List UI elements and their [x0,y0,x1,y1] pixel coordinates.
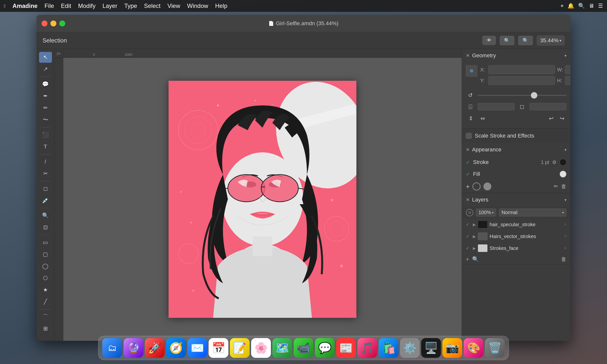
appearance-header[interactable]: ✕ Appearance ▾ [462,143,570,156]
anchor-dot-mm[interactable] [470,69,473,73]
fill-color-swatch[interactable] [560,171,566,178]
dock-launchpad[interactable]: 🚀 [145,338,165,358]
dock-music[interactable]: 🎵 [357,338,377,358]
layers-header[interactable]: ✕ Layers ▾ [462,193,570,206]
x-input[interactable] [488,65,555,74]
redo-button[interactable]: ↪ [558,114,566,123]
zoom-out-button[interactable]: 🔍 [500,36,514,45]
appearance-delete-icon[interactable]: 🗑 [561,183,566,190]
opacity-display[interactable]: 100% ▾ [476,208,496,217]
stroke-color-swatch[interactable] [560,159,566,166]
menubar-edit[interactable]: Edit [58,1,74,10]
dock-photos[interactable]: 🌸 [251,338,271,358]
layer-visible-check-0[interactable]: ✓ [466,222,471,227]
tool-eyedropper[interactable]: 💉 [39,195,52,206]
tool-eraser[interactable]: ◻ [39,183,52,194]
flip-horizontal-icon[interactable]: ⇔ [478,114,488,123]
layer-expand-2[interactable]: ▶ [473,246,476,251]
tool-artboard[interactable]: ⊞ [39,323,52,334]
layer-expand-0[interactable]: ▶ [473,222,476,227]
layer-item-hair-specular[interactable]: ✓ ▶ hair_specular_stroke ≡ [462,219,570,230]
menubar-window[interactable]: Window [184,1,211,10]
round-input[interactable] [529,103,567,110]
blend-mode-select[interactable]: Normal ▾ [499,208,566,217]
round-icon[interactable]: ◻ [518,102,526,111]
layer-expand-1[interactable]: ▶ [473,234,476,239]
dock-photos2[interactable]: 📷 [442,338,462,358]
stroke-visible-check[interactable]: ✓ [466,159,470,165]
tool-pen[interactable]: ✒ [39,91,52,101]
appearance-stroke-style-button[interactable] [473,182,480,190]
rotation-slider[interactable] [478,95,566,96]
dock-systemprefs[interactable]: ⚙️ [400,338,420,358]
y-input[interactable] [488,76,555,85]
dock-messages[interactable]: 💬 [315,338,335,358]
layer-item-hairs-vector[interactable]: ✓ ▶ Hairs_vector_strokes ≡ [462,230,570,242]
appearance-fill-style-button[interactable] [483,182,491,190]
dock-mail[interactable]: ✉️ [187,338,207,358]
geometry-chevron-icon[interactable]: ▾ [564,53,566,58]
artwork-container[interactable]: ✕ ✕ ✕ + + [169,81,356,318]
dock-safari[interactable]: 🧭 [166,338,186,358]
dock-appstore[interactable]: 🛍️ [379,338,398,358]
layer-visible-check-1[interactable]: ✓ [466,234,471,239]
anchor-dot-ml[interactable] [466,69,469,73]
tool-pencil[interactable]: ✏ [39,102,52,113]
dock-trash[interactable]: 🗑️ [485,338,505,358]
tool-comment[interactable]: 💬 [39,79,52,90]
zoom-display[interactable]: 35.44% ▾ [537,36,564,45]
menubar-type[interactable]: Type [121,1,140,10]
tool-transform[interactable]: ⊡ [39,222,52,233]
geometry-header[interactable]: ✕ Geometry ▾ [462,49,570,62]
minimize-button[interactable] [50,20,56,26]
dock-maps[interactable]: 🗺️ [272,338,292,358]
layers-search-button[interactable]: 🔍 [472,256,479,263]
w-input[interactable] [565,65,570,74]
menubar-file[interactable]: File [42,1,57,10]
appearance-chevron-icon[interactable]: ▾ [564,147,566,152]
anchor-dot-bl[interactable] [466,73,469,77]
tool-polygon[interactable]: ⬡ [39,273,52,283]
layers-chevron-icon[interactable]: ▾ [564,198,566,202]
layers-delete-button[interactable]: 🗑 [561,256,566,263]
close-button[interactable] [42,20,47,26]
rotation-track[interactable] [478,95,566,96]
tool-rounded-rect[interactable]: ▢ [39,249,52,260]
skew-icon[interactable]: ⌺ [466,102,475,111]
dock-terminal[interactable]: 🖥️ [421,338,441,358]
appearance-add-button[interactable]: + [466,183,470,190]
dock-siri[interactable]: 🔮 [124,338,143,358]
menubar-layer[interactable]: Layer [100,1,120,10]
tool-arc[interactable]: ⌒ [39,311,52,322]
layers-add-button[interactable]: + [466,256,469,263]
canvas-inner[interactable]: ✕ ✕ ✕ + + [63,58,462,341]
tool-direct-select[interactable]: ↗ [39,64,52,75]
scale-stroke-checkbox[interactable] [466,133,472,139]
stroke-gear-icon[interactable]: ⚙ [552,159,557,165]
tool-line[interactable]: ╱ [39,296,52,307]
tool-star[interactable]: ★ [39,284,52,295]
anchor-grid[interactable] [466,65,477,77]
tool-select[interactable]: ↖ [39,52,52,63]
menubar-modify[interactable]: Modify [75,1,99,10]
dock-calendar[interactable]: 📅 [209,338,228,358]
skew-input[interactable] [478,103,515,110]
canvas-area[interactable]: px 0 1000 [54,49,462,341]
tool-text[interactable]: T [39,141,52,152]
dock-facetime[interactable]: 📹 [294,338,313,358]
anchor-dot-tm[interactable] [470,65,473,69]
appearance-close-icon[interactable]: ✕ [466,147,470,152]
menubar-view[interactable]: View [164,1,183,10]
tool-rect[interactable]: ▭ [39,237,52,248]
search-icon[interactable]: 🔍 [578,3,585,9]
undo-button[interactable]: ↩ [547,114,556,123]
anchor-dot-br[interactable] [474,73,477,77]
menubar-help[interactable]: Help [212,1,230,10]
zoom-in-button[interactable]: 🔍 [518,36,533,45]
menu-icon[interactable]: ☰ [598,3,603,9]
tool-zoom[interactable]: 🔍 [39,210,52,221]
dock-finder[interactable]: 🗂 [102,338,122,358]
geometry-close-icon[interactable]: ✕ [466,53,470,58]
display-icon[interactable]: 🖥 [589,3,594,9]
fill-visible-check[interactable]: ✓ [466,171,470,177]
